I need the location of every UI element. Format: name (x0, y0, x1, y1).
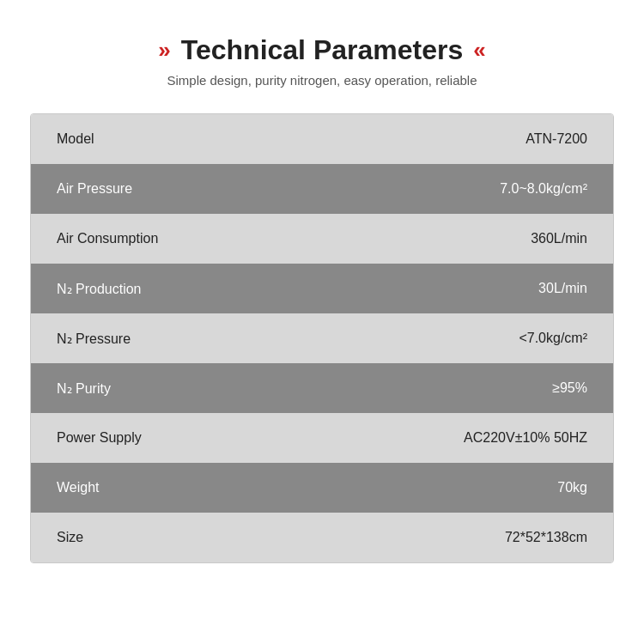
table-row-air-pressure: Air Pressure7.0~8.0kg/cm² (31, 164, 613, 214)
table-row-size: Size72*52*138cm (31, 513, 613, 562)
table-row-power-supply: Power SupplyAC220V±10% 50HZ (31, 413, 613, 463)
page-title: Technical Parameters (181, 34, 463, 66)
page-subtitle: Simple design, purity nitrogen, easy ope… (167, 73, 477, 88)
row-value-power-supply: AC220V±10% 50HZ (464, 430, 587, 446)
row-label-n2-purity: N₂ Purity (57, 380, 552, 397)
row-label-size: Size (57, 530, 505, 545)
right-chevron-icon: « (473, 37, 485, 64)
table-row-n2-production: N₂ Production30L/min (31, 264, 613, 313)
row-label-n2-production: N₂ Production (57, 281, 538, 297)
row-label-air-consumption: Air Consumption (57, 231, 531, 246)
row-value-air-consumption: 360L/min (531, 231, 587, 246)
row-label-n2-pressure: N₂ Pressure (57, 331, 519, 347)
row-value-n2-production: 30L/min (538, 281, 587, 296)
page-header: » Technical Parameters « (158, 34, 485, 66)
table-row-weight: Weight70kg (31, 463, 613, 513)
row-value-air-pressure: 7.0~8.0kg/cm² (500, 181, 587, 197)
row-label-air-pressure: Air Pressure (57, 181, 500, 197)
parameters-table: ModelATN-7200Air Pressure7.0~8.0kg/cm²Ai… (30, 113, 614, 563)
row-value-model: ATN-7200 (526, 131, 587, 147)
row-label-power-supply: Power Supply (57, 430, 464, 446)
row-label-weight: Weight (57, 480, 557, 495)
row-value-size: 72*52*138cm (505, 530, 587, 545)
row-value-weight: 70kg (557, 480, 587, 495)
row-label-model: Model (57, 131, 526, 147)
table-row-air-consumption: Air Consumption360L/min (31, 214, 613, 264)
row-value-n2-purity: ≥95% (552, 380, 587, 396)
left-chevron-icon: » (158, 37, 170, 64)
table-row-n2-pressure: N₂ Pressure<7.0kg/cm² (31, 313, 613, 363)
table-row-n2-purity: N₂ Purity≥95% (31, 363, 613, 413)
row-value-n2-pressure: <7.0kg/cm² (519, 331, 587, 346)
table-row-model: ModelATN-7200 (31, 114, 613, 164)
